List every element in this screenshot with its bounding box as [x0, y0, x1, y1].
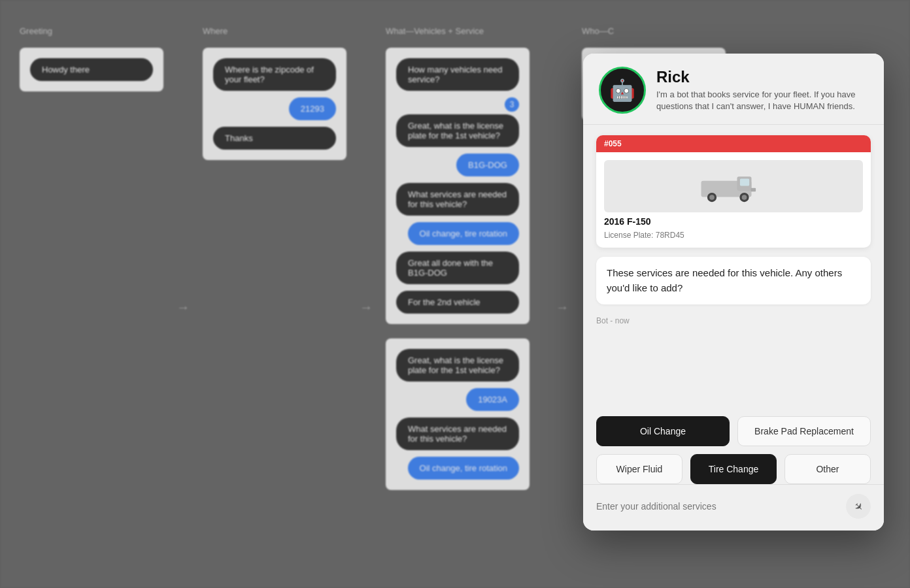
wf-bubble-license-1: Great, what is the license plate for the… — [396, 114, 519, 147]
wf-box-greeting: Howdy there — [20, 48, 163, 91]
service-buttons-area: Oil Change Brake Pad Replacement Wiper F… — [583, 410, 884, 484]
svg-point-4 — [709, 195, 715, 200]
wf-bubble-zipcode: Where is the zipcode of your fleet? — [213, 58, 336, 91]
message-separator: - — [610, 316, 615, 325]
wf-bubble-19023a: 19023A — [466, 388, 519, 411]
wf-bubble-how-many: How many vehicles need service? — [396, 58, 519, 91]
vehicle-name: 2016 F-150 — [604, 216, 863, 227]
wf-bubble-services-q2: What services are needed for this vehicl… — [396, 417, 519, 450]
service-row-1: Oil Change Brake Pad Replacement — [596, 416, 871, 446]
wf-arrow-2: → — [360, 300, 373, 315]
wf-bubble-zip-value: 21293 — [289, 97, 336, 120]
vehicle-plate-value: 78RD45 — [656, 231, 684, 240]
svg-rect-7 — [750, 188, 756, 192]
wf-column-where: Where Where is the zipcode of your fleet… — [203, 26, 346, 160]
send-button[interactable]: ✈ — [846, 494, 871, 519]
chat-panel: 🤖 Rick I'm a bot that books service for … — [583, 54, 884, 531]
wf-bubble-2nd-vehicle: For the 2nd vehicle — [396, 291, 519, 314]
additional-services-input[interactable] — [596, 501, 839, 512]
bot-icon: 🤖 — [609, 78, 635, 103]
wf-label-what: What—Vehicles + Service — [386, 26, 543, 36]
vehicle-plate-label: License Plate: — [604, 231, 653, 240]
wf-bubble-howdy: Howdy there — [30, 58, 153, 81]
wf-arrow-3: → — [556, 300, 569, 315]
service-btn-other[interactable]: Other — [784, 454, 871, 484]
wf-bubble-oil-tire: Oil change, tire rotation — [408, 222, 519, 245]
bot-description: I'm a bot that books service for your fl… — [656, 89, 868, 112]
vehicle-card-body: 2016 F-150 License Plate: 78RD45 — [596, 152, 871, 248]
wf-box-what-2: Great, what is the license plate for the… — [386, 338, 530, 490]
wf-bubble-oil-tire2: Oil change, tire rotation — [408, 457, 519, 480]
wf-bubble-license-2: Great, what is the license plate for the… — [396, 349, 519, 382]
wf-label-where: Where — [203, 26, 346, 36]
wf-label-who: Who—C — [582, 26, 726, 36]
wf-column-what: What—Vehicles + Service How many vehicle… — [386, 26, 543, 490]
chat-body: #055 — [583, 125, 884, 410]
service-btn-tire-change[interactable]: Tire Change — [690, 454, 777, 484]
wf-box-what-1: How many vehicles need service? 3 Great,… — [386, 48, 530, 324]
bot-timestamp: Bot - now — [596, 316, 871, 325]
wf-bubble-services-q: What services are needed for this vehicl… — [396, 183, 519, 216]
truck-svg — [698, 167, 769, 206]
avatar: 🤖 — [599, 67, 646, 114]
wf-bubble-done-b1g: Great all done with the B1G-DOG — [396, 252, 519, 284]
service-btn-brake-pad[interactable]: Brake Pad Replacement — [737, 416, 871, 446]
chat-input-area: ✈ — [583, 484, 884, 531]
wf-column-greeting: Greeting Howdy there — [20, 26, 163, 91]
bot-message: These services are needed for this vehic… — [596, 257, 871, 304]
vehicle-image — [604, 160, 863, 212]
service-btn-oil-change[interactable]: Oil Change — [596, 416, 730, 446]
wf-arrow-1: → — [177, 300, 190, 315]
wf-label-greeting: Greeting — [20, 26, 163, 36]
message-sender: Bot — [596, 316, 608, 325]
vehicle-tag: #055 — [596, 135, 871, 152]
send-icon: ✈ — [851, 499, 866, 514]
bot-name: Rick — [656, 68, 868, 86]
wf-badge-3: 3 — [505, 97, 519, 112]
svg-point-6 — [742, 195, 747, 200]
message-time: now — [615, 316, 630, 325]
vehicle-card: #055 — [596, 135, 871, 248]
service-row-2: Wiper Fluid Tire Change Other — [596, 454, 871, 484]
wf-bubble-thanks: Thanks — [213, 127, 336, 150]
chat-header: 🤖 Rick I'm a bot that books service for … — [583, 54, 884, 125]
svg-rect-2 — [740, 178, 749, 186]
vehicle-plate: License Plate: 78RD45 — [604, 231, 863, 240]
wf-bubble-b1g-dog: B1G-DOG — [456, 154, 519, 176]
bot-message-text: These services are needed for this vehic… — [607, 266, 860, 295]
header-text: Rick I'm a bot that books service for yo… — [656, 68, 868, 112]
wf-box-where: Where is the zipcode of your fleet? 2129… — [203, 48, 346, 160]
service-btn-wiper-fluid[interactable]: Wiper Fluid — [596, 454, 682, 484]
